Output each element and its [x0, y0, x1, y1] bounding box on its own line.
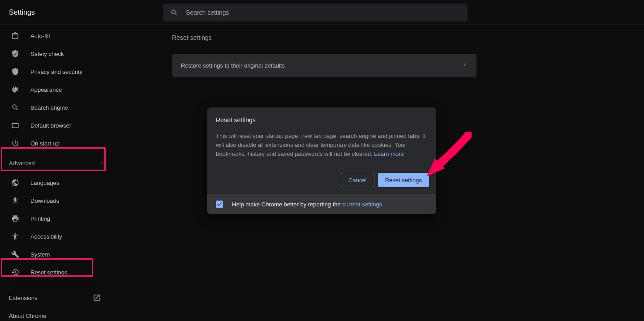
- printer-icon: [11, 214, 20, 223]
- window-icon: [11, 121, 20, 130]
- download-icon: [11, 196, 20, 205]
- sidebar-item-label: Search engine: [30, 104, 68, 111]
- sidebar-item-about[interactable]: About Chrome: [9, 307, 103, 321]
- sidebar-footer: Extensions About Chrome: [9, 285, 103, 321]
- section-title: Reset settings: [172, 34, 644, 41]
- search-icon: [170, 8, 179, 17]
- dialog-title: Reset settings: [216, 116, 427, 124]
- sidebar-item-label: Safety check: [30, 51, 64, 57]
- sidebar-item-default-browser[interactable]: Default browser: [0, 116, 115, 134]
- sidebar: Auto-fill Safety check Privacy and secur…: [0, 25, 115, 321]
- open-external-icon: [92, 293, 101, 302]
- dialog-actions: Cancel Reset settings: [207, 166, 436, 194]
- power-icon: [11, 139, 20, 148]
- report-checkbox[interactable]: [216, 201, 223, 208]
- sidebar-item-downloads[interactable]: Downloads: [0, 192, 115, 210]
- sidebar-item-autofill[interactable]: Auto-fill: [0, 27, 115, 45]
- current-settings-link[interactable]: current settings: [342, 201, 382, 208]
- palette-icon: [11, 85, 20, 94]
- row-label: Restore settings to their original defau…: [181, 62, 285, 69]
- sidebar-item-languages[interactable]: Languages: [0, 174, 115, 192]
- sidebar-item-label: Auto-fill: [30, 33, 50, 39]
- learn-more-link[interactable]: Learn more: [374, 150, 404, 157]
- footer-label: About Chrome: [9, 312, 47, 319]
- sidebar-item-label: Downloads: [30, 197, 59, 204]
- accessibility-icon: [11, 232, 20, 241]
- sidebar-item-appearance[interactable]: Appearance: [0, 81, 115, 98]
- dialog-body: Reset settings This will reset your star…: [207, 107, 436, 166]
- restore-defaults-row[interactable]: Restore settings to their original defau…: [172, 54, 477, 77]
- sidebar-item-label: Reset settings: [30, 269, 67, 276]
- dialog-description: This will reset your startup page, new t…: [216, 132, 427, 158]
- reset-settings-button[interactable]: Reset settings: [378, 173, 429, 187]
- search-container[interactable]: [163, 4, 468, 21]
- sidebar-item-startup[interactable]: On start-up: [0, 134, 115, 152]
- sidebar-item-privacy[interactable]: Privacy and security: [0, 63, 115, 81]
- sidebar-item-label: Accessibility: [30, 233, 62, 240]
- sidebar-item-label: On start-up: [30, 140, 60, 147]
- clipboard-icon: [11, 31, 20, 40]
- sidebar-item-label: Privacy and security: [30, 68, 82, 75]
- globe-icon: [11, 178, 20, 187]
- sidebar-item-accessibility[interactable]: Accessibility: [0, 227, 115, 245]
- sidebar-item-search-engine[interactable]: Search engine: [0, 98, 115, 116]
- sidebar-item-label: Languages: [30, 180, 59, 186]
- reset-settings-dialog: Reset settings This will reset your star…: [207, 107, 436, 214]
- sidebar-item-system[interactable]: System: [0, 245, 115, 263]
- sidebar-item-printing[interactable]: Printing: [0, 210, 115, 227]
- sidebar-item-extensions[interactable]: Extensions: [9, 289, 103, 307]
- sidebar-item-label: System: [30, 251, 50, 258]
- shield-icon: [11, 67, 20, 76]
- search-input[interactable]: [186, 9, 460, 16]
- sidebar-advanced-toggle[interactable]: Advanced: [0, 152, 115, 174]
- sidebar-item-label: Default browser: [30, 122, 71, 129]
- shield-check-icon: [11, 49, 20, 58]
- sidebar-item-safety-check[interactable]: Safety check: [0, 45, 115, 63]
- dialog-footer: Help make Chrome better by reporting the…: [207, 194, 436, 214]
- wrench-icon: [11, 250, 20, 259]
- footer-text: Help make Chrome better by reporting the: [232, 201, 342, 208]
- footer-label: Extensions: [9, 295, 38, 301]
- search-icon: [11, 103, 20, 112]
- advanced-label: Advanced: [9, 160, 35, 167]
- sidebar-item-label: Appearance: [30, 86, 62, 93]
- cancel-button[interactable]: Cancel: [341, 173, 374, 187]
- sidebar-item-label: Printing: [30, 215, 50, 222]
- chevron-up-icon: [99, 160, 104, 167]
- header: Settings: [0, 0, 644, 25]
- chevron-right-icon: [462, 62, 468, 69]
- page-title: Settings: [9, 9, 163, 17]
- sidebar-item-reset[interactable]: Reset settings: [0, 263, 115, 281]
- footer-text-wrap: Help make Chrome better by reporting the…: [232, 201, 382, 208]
- restore-icon: [11, 268, 20, 277]
